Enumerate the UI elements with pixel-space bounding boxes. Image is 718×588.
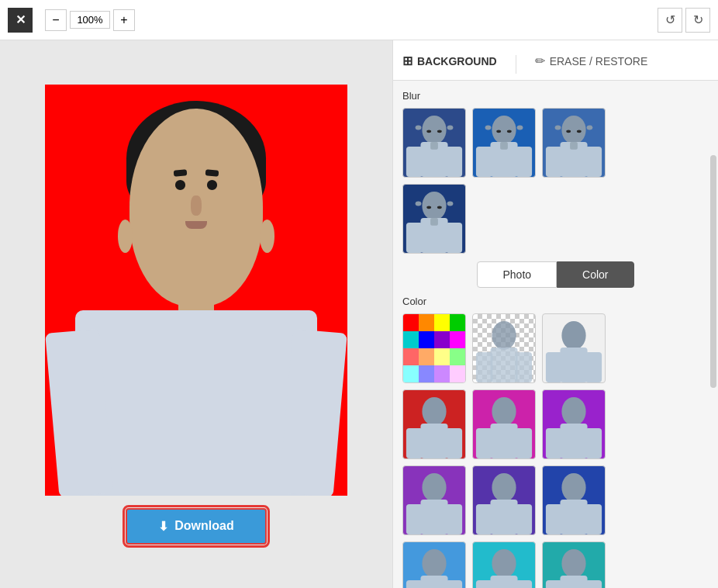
download-button[interactable]: ⬇ Download — [126, 508, 266, 545]
magenta-bg-thumb[interactable] — [472, 389, 536, 459]
svg-rect-11 — [517, 126, 523, 130]
svg-rect-62 — [476, 504, 492, 534]
svg-point-76 — [561, 549, 585, 578]
svg-rect-1 — [416, 126, 422, 130]
zoom-out-button[interactable]: − — [45, 9, 67, 31]
svg-point-35 — [437, 206, 442, 209]
svg-rect-38 — [476, 352, 492, 382]
undo-redo-controls: ↺ ↻ — [658, 8, 710, 33]
cyan-bg-thumb[interactable] — [472, 541, 536, 588]
svg-rect-29 — [447, 202, 454, 206]
svg-rect-70 — [406, 580, 423, 588]
svg-point-72 — [492, 549, 516, 578]
light-blue-bg-thumb[interactable] — [402, 541, 466, 588]
color-thumbnails-row1 — [402, 313, 709, 383]
svg-rect-22 — [546, 147, 562, 177]
white-bg-thumb[interactable] — [542, 313, 606, 383]
color-thumbnails-row2 — [402, 389, 709, 459]
tab-background[interactable]: ⊞ BACKGROUND — [402, 54, 497, 74]
person-figure — [45, 85, 347, 496]
svg-rect-79 — [585, 580, 602, 588]
main-layout: ⬇ Download ⊞ BACKGROUND ✏ ERASE / RESTOR… — [0, 40, 718, 588]
svg-point-17 — [507, 130, 512, 133]
blur-thumb-1[interactable] — [402, 108, 466, 178]
dark-purple-bg-thumb[interactable] — [472, 465, 536, 535]
svg-rect-58 — [406, 504, 423, 534]
svg-point-18 — [561, 116, 585, 144]
svg-rect-10 — [485, 126, 492, 130]
pencil-icon: ✏ — [535, 54, 545, 68]
red-bg-thumb[interactable] — [402, 389, 466, 459]
nose — [191, 195, 202, 215]
scrollbar[interactable] — [710, 155, 716, 388]
svg-point-68 — [422, 549, 446, 578]
svg-rect-42 — [546, 352, 562, 382]
svg-rect-33 — [430, 218, 438, 226]
svg-rect-45 — [420, 424, 447, 458]
tab-erase-restore[interactable]: ✏ ERASE / RESTORE — [535, 54, 648, 74]
light-purple-bg-thumb[interactable] — [402, 465, 466, 535]
svg-point-48 — [492, 397, 516, 426]
canvas-area: ⬇ Download — [0, 40, 392, 588]
svg-point-60 — [492, 473, 516, 502]
close-button[interactable]: ✕ — [8, 8, 33, 33]
blur-label: Blur — [402, 90, 709, 102]
svg-rect-46 — [406, 428, 423, 458]
svg-point-40 — [561, 321, 585, 350]
purple-bg-thumb[interactable] — [542, 389, 606, 459]
layers-icon: ⊞ — [402, 54, 413, 68]
blur-thumb-3[interactable] — [542, 108, 606, 178]
download-label: Download — [174, 519, 233, 533]
zoom-in-button[interactable]: + — [113, 9, 135, 31]
top-bar: ✕ − 100% + ↺ ↻ — [0, 0, 718, 40]
svg-point-8 — [437, 130, 442, 133]
svg-rect-54 — [546, 428, 562, 458]
toggle-color-button[interactable]: Color — [557, 261, 633, 288]
svg-rect-66 — [546, 504, 562, 534]
svg-rect-59 — [446, 504, 462, 534]
svg-point-34 — [426, 206, 431, 209]
eyebrow-right — [205, 169, 219, 176]
svg-point-26 — [577, 130, 582, 133]
zoom-controls: − 100% + — [45, 9, 135, 31]
neck — [178, 282, 215, 314]
svg-rect-78 — [546, 580, 562, 588]
svg-rect-39 — [516, 352, 532, 382]
blur-thumb-2[interactable] — [472, 108, 536, 178]
svg-point-36 — [492, 321, 516, 350]
zoom-value-display: 100% — [70, 11, 110, 29]
right-panel-tabs: ⊞ BACKGROUND ✏ ERASE / RESTORE — [393, 40, 718, 81]
ear-left — [118, 220, 133, 252]
svg-rect-37 — [490, 348, 517, 382]
eyebrow-left — [174, 169, 188, 176]
redo-button[interactable]: ↻ — [685, 8, 710, 33]
undo-button[interactable]: ↺ — [658, 8, 682, 33]
color-grid-thumb[interactable] — [402, 313, 466, 383]
royal-blue-bg-thumb[interactable] — [542, 465, 606, 535]
svg-rect-51 — [516, 428, 532, 458]
transparent-thumb[interactable] — [472, 313, 536, 383]
blur-thumb-4[interactable] — [402, 184, 466, 254]
eye-right — [207, 180, 218, 190]
svg-rect-77 — [560, 576, 587, 588]
tab-divider — [516, 55, 516, 74]
svg-rect-15 — [500, 142, 508, 150]
toggle-photo-button[interactable]: Photo — [477, 261, 557, 288]
teal-bg-thumb[interactable] — [542, 541, 606, 588]
color-section: Color — [402, 296, 709, 588]
svg-rect-75 — [516, 580, 532, 588]
svg-point-56 — [422, 473, 446, 502]
tab-background-label: BACKGROUND — [417, 55, 497, 67]
download-icon: ⬇ — [158, 519, 168, 534]
svg-rect-23 — [585, 147, 602, 177]
svg-rect-50 — [476, 428, 492, 458]
right-panel-content: Blur — [393, 81, 718, 588]
svg-rect-20 — [587, 126, 593, 130]
svg-point-27 — [422, 192, 446, 220]
svg-rect-61 — [490, 500, 517, 534]
right-panel: ⊞ BACKGROUND ✏ ERASE / RESTORE Blur — [392, 40, 718, 588]
svg-rect-49 — [490, 424, 517, 458]
svg-rect-41 — [560, 348, 587, 382]
svg-rect-2 — [447, 126, 454, 130]
svg-rect-32 — [446, 223, 462, 253]
